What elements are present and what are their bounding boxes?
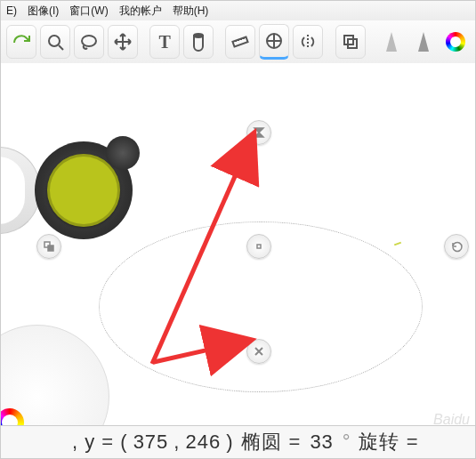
puck-color — [47, 154, 120, 227]
toolbar: T — [1, 20, 475, 64]
status-bar: , y = ( 375 , 246 ) 椭圆 = 33 ° 旋转 = — [1, 425, 475, 458]
move-button[interactable] — [108, 25, 138, 59]
zoom-button[interactable] — [40, 25, 70, 59]
layers-button[interactable] — [335, 25, 366, 59]
layers-icon — [341, 32, 360, 52]
status-deg: 33 — [310, 431, 333, 454]
redo-button[interactable] — [6, 25, 36, 59]
bucket-icon — [189, 32, 208, 52]
move-icon — [113, 32, 133, 52]
handle-scale[interactable] — [36, 234, 61, 259]
svg-rect-9 — [257, 245, 261, 248]
ellipse-guide-icon — [264, 31, 284, 51]
pencil-icon — [386, 32, 397, 52]
lasso-button[interactable] — [74, 25, 104, 59]
puck-handle[interactable] — [106, 136, 140, 170]
pencil-tool[interactable] — [377, 26, 406, 58]
magnifier-icon — [45, 32, 65, 52]
stroke-mark — [394, 242, 401, 246]
close-icon — [253, 345, 265, 358]
color-wheel-icon — [446, 32, 465, 52]
brush-tool[interactable] — [409, 26, 438, 58]
text-icon: T — [159, 32, 171, 52]
handle-cancel[interactable] — [246, 339, 271, 364]
status-sep: , — [173, 431, 180, 454]
handle-rotate[interactable] — [444, 234, 469, 259]
status-eq2: = — [407, 431, 419, 454]
scale-icon — [43, 240, 55, 253]
text-button[interactable]: T — [149, 25, 180, 59]
menu-help[interactable]: 帮助(H) — [173, 4, 209, 19]
status-y: 246 — [185, 431, 221, 454]
menu-window[interactable]: 窗口(W) — [69, 4, 108, 19]
menu-edit[interactable]: E) — [6, 4, 17, 17]
menu-bar: E) 图像(I) 窗口(W) 我的帐户 帮助(H) — [1, 1, 475, 21]
collapse-vertical-icon — [253, 126, 265, 139]
menu-image[interactable]: 图像(I) — [28, 4, 59, 19]
symmetry-button[interactable] — [293, 25, 323, 59]
status-rotate-label: 旋转 — [359, 429, 399, 455]
symmetry-icon — [298, 32, 318, 52]
status-degmark: ° — [343, 431, 351, 454]
app-frame: E) 图像(I) 窗口(W) 我的帐户 帮助(H) T — [0, 0, 476, 459]
status-eq: = — [289, 431, 302, 454]
brush-icon — [418, 32, 429, 52]
status-close: ) — [226, 431, 233, 454]
status-x: 375 — [133, 431, 169, 454]
lasso-icon — [79, 32, 99, 52]
handle-top[interactable] — [246, 120, 271, 145]
center-dot-icon — [253, 240, 265, 253]
color-puck[interactable] — [35, 141, 133, 239]
ellipse-guide-button[interactable] — [259, 24, 289, 60]
color-wheel-button[interactable] — [441, 26, 470, 58]
svg-point-0 — [49, 36, 60, 46]
bucket-button[interactable] — [183, 25, 214, 59]
svg-point-1 — [82, 36, 96, 46]
status-prefix: , y = ( — [72, 431, 128, 454]
redo-icon — [12, 32, 31, 52]
handle-center[interactable] — [246, 234, 271, 259]
watermark: Baidu — [433, 412, 470, 428]
ruler-icon — [230, 32, 250, 52]
svg-rect-8 — [48, 246, 53, 251]
status-ellipse-label: 椭圆 — [241, 429, 282, 455]
menu-account[interactable]: 我的帐户 — [119, 4, 162, 19]
ruler-button[interactable] — [225, 25, 255, 59]
rotate-icon — [450, 240, 463, 253]
